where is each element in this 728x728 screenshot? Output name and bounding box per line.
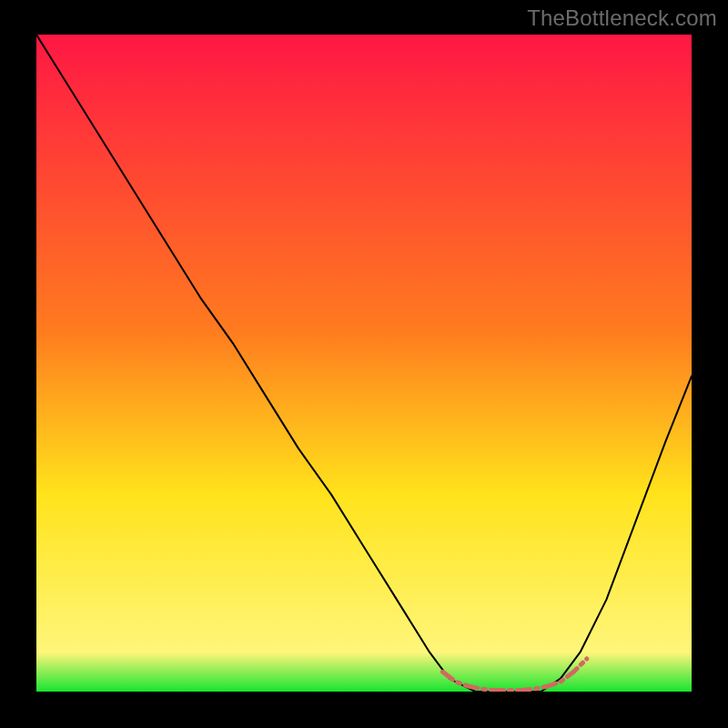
chart-background <box>36 35 692 692</box>
bottleneck-chart <box>36 35 692 692</box>
watermark-text: TheBottleneck.com <box>527 5 717 31</box>
chart-frame: TheBottleneck.com <box>0 0 728 728</box>
chart-svg <box>36 35 692 692</box>
